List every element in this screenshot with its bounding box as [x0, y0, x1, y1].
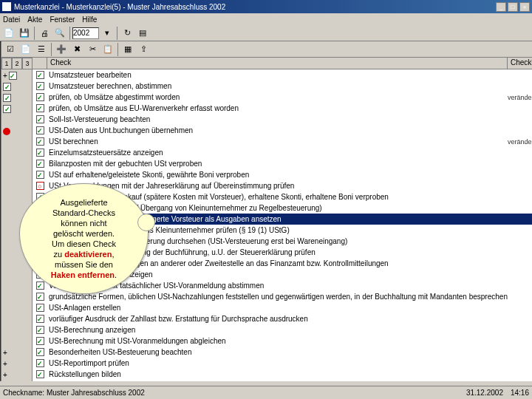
check-row[interactable]: ✓USt berechnenverändert — [33, 136, 532, 147]
expand-icon[interactable]: + — [3, 360, 7, 368]
check-note: verändert — [508, 138, 532, 146]
checkbox[interactable]: ✓ — [36, 171, 44, 179]
expand-icon[interactable]: + — [3, 371, 7, 379]
check-row[interactable]: ✓Einzelumsatzsteuersätze anzeigen — [33, 147, 532, 158]
check-row[interactable]: ✓vorläufiger Ausdruck der Zahllast bzw. … — [33, 313, 532, 324]
expand-icon[interactable]: + — [3, 349, 7, 357]
cut-icon[interactable]: ✂ — [85, 42, 100, 57]
checkbox[interactable]: ✓ — [36, 137, 44, 146]
check-text: Besonderheiten USt-Besteuerung beachten — [47, 348, 508, 356]
export-icon[interactable]: ⇪ — [136, 42, 151, 57]
check-row[interactable]: ✓Soll-Ist-Versteuerung beachten — [33, 114, 532, 125]
check-row[interactable]: ✓Steuerrückstellungen bilden — [33, 380, 532, 381]
check-row[interactable]: ✓USt-Daten aus Unt.buchungen übernehmen — [33, 125, 532, 136]
checkbox[interactable]: ✓ — [36, 315, 44, 323]
checkbox[interactable]: ✓ — [36, 293, 44, 301]
sub-toolbar: ☑ 📄 ☰ ➕ ✖ ✂ 📋 ▦ ⇪ — [1, 41, 532, 58]
add-icon[interactable]: ➕ — [54, 42, 69, 57]
menu-datei[interactable]: Datei — [3, 16, 20, 24]
checkbox[interactable]: ○ — [36, 182, 44, 190]
preview-icon[interactable]: 🔍 — [52, 26, 67, 41]
expand-icon[interactable]: + — [3, 72, 7, 80]
check-row[interactable]: ✓USt auf erhaltene/geleistete Skonti, ge… — [33, 169, 532, 180]
check-row[interactable]: ✓Umsatzsteuer berechnen, abstimmen — [33, 81, 532, 92]
checkbox[interactable]: ✓ — [36, 370, 44, 378]
checkbox[interactable]: ✓ — [36, 126, 44, 134]
checkbox[interactable]: ✓ — [36, 82, 44, 90]
secondary-checkbox[interactable]: ✓ — [3, 83, 11, 91]
check-text: USt-Daten aus Unt.buchungen übernehmen — [47, 126, 508, 134]
save-icon[interactable]: 💾 — [17, 26, 32, 41]
check-row[interactable]: ✓prüfen, ob Umsätze abgestimmt wordenver… — [33, 92, 532, 103]
help-callout: Ausgelieferte Standard-Checks können nic… — [19, 183, 149, 294]
check-text: Einzelumsatzsteuersätze anzeigen — [47, 149, 508, 157]
menu-akte[interactable]: Akte — [27, 16, 42, 24]
refresh-icon[interactable]: ↻ — [120, 26, 134, 41]
check-row[interactable]: ✓USt-Anlagen erstellen — [33, 302, 532, 313]
main-toolbar: 📄 💾 🖨 🔍 ▾ ↻ ▤ — [0, 25, 532, 41]
wizard-icon[interactable]: ☑ — [3, 42, 18, 57]
close-button[interactable]: × — [519, 2, 530, 12]
col-checklist[interactable]: Checklist — [508, 58, 532, 69]
delete-icon[interactable]: ✖ — [69, 42, 84, 57]
page-icon[interactable]: 📄 — [18, 42, 33, 57]
secondary-checkbox[interactable]: ✓ — [3, 105, 11, 113]
copy-icon[interactable]: 📋 — [100, 42, 115, 57]
new-doc-icon[interactable]: 📄 — [1, 26, 16, 41]
minimize-button[interactable]: _ — [496, 2, 506, 12]
check-text: grundsätzliche Formen, üblichen USt-Nach… — [47, 293, 508, 301]
list-header: 1 2 3 Check Checklist — [1, 58, 532, 69]
checkbox[interactable]: ✓ — [36, 160, 44, 168]
tree-header: Druckakte — [1, 42, 1, 52]
check-row[interactable]: ✓USt-Berechnung anzeigen — [33, 324, 532, 335]
check-row[interactable]: ✓USt-Reportimport prüfen — [33, 358, 532, 369]
level-tab-2[interactable]: 2 — [12, 58, 22, 69]
col-check[interactable]: Check — [47, 58, 508, 69]
check-row[interactable]: ✓Besonderheiten USt-Besteuerung beachten — [33, 347, 532, 358]
check-row[interactable]: ✓Bilanzposten mit der gebuchten USt verp… — [33, 158, 532, 169]
marker-icon — [3, 128, 10, 135]
year-input[interactable] — [72, 27, 99, 39]
check-row[interactable]: ✓grundsätzliche Formen, üblichen USt-Nac… — [33, 291, 532, 302]
tree-pane: Druckakte -Druckakte-Qualitätsmanagement… — [0, 41, 1, 381]
menu-hilfe[interactable]: Hilfe — [82, 16, 97, 24]
check-text: USt-Reportimport prüfen — [47, 359, 508, 367]
checkbox[interactable]: ✓ — [36, 93, 44, 101]
checkbox[interactable]: ✓ — [36, 337, 44, 345]
check-text: USt-Berechnung anzeigen — [47, 326, 508, 334]
check-row[interactable]: ✓Rückstellungen bilden — [33, 369, 532, 380]
check-note: verändert — [508, 94, 532, 101]
status-date: 31.12.2002 — [466, 389, 503, 397]
checkbox[interactable]: ✓ — [36, 71, 44, 79]
maximize-button[interactable]: □ — [508, 2, 518, 12]
level-tab-1[interactable]: 1 — [1, 58, 12, 69]
checkbox[interactable]: ✓ — [36, 104, 44, 112]
check-text: USt-Anlagen erstellen — [47, 304, 508, 312]
checkbox[interactable]: ✓ — [36, 115, 44, 123]
check-row[interactable]: ✓Umsatzsteuer bearbeiten — [33, 69, 532, 81]
tool-icon[interactable]: ▤ — [135, 26, 150, 41]
secondary-checkbox[interactable]: ✓ — [3, 94, 11, 102]
menubar: Datei Akte Fenster Hilfe — [0, 13, 532, 25]
checkbox[interactable]: ✓ — [36, 304, 44, 312]
list-icon[interactable]: ☰ — [34, 42, 49, 57]
menu-fenster[interactable]: Fenster — [50, 16, 75, 24]
checkbox[interactable]: ✓ — [36, 348, 44, 356]
check-row[interactable]: ✓prüfen, ob Umsätze aus EU-Warenverkehr … — [33, 103, 532, 114]
checkbox[interactable]: ✓ — [36, 359, 44, 367]
checkbox[interactable]: ✓ — [36, 326, 44, 334]
folder-tree[interactable]: -Druckakte-QualitätsmanagementCheckliste… — [1, 52, 1, 171]
secondary-checkbox[interactable]: ✓ — [9, 72, 17, 80]
year-dropdown-icon[interactable]: ▾ — [100, 26, 115, 41]
check-text: USt berechnen — [47, 137, 508, 146]
checkbox[interactable]: ✓ — [36, 149, 44, 157]
check-text: Umsatzsteuer berechnen, abstimmen — [47, 82, 508, 90]
print-icon[interactable]: 🖨 — [37, 26, 52, 41]
level-tab-3[interactable]: 3 — [22, 58, 33, 69]
statusbar: Checkname: Muster Jahresabschluss 2002 3… — [0, 386, 532, 399]
checkbox[interactable]: ✓ — [36, 282, 44, 290]
window-titlebar: Musterkanzlei - Musterkanzlei(5) - Muste… — [0, 0, 532, 13]
props-icon[interactable]: ▦ — [120, 42, 135, 57]
check-row[interactable]: ✓USt-Berechnung mit USt-Voranmeldungen a… — [33, 335, 532, 347]
check-text: Rückstellungen bilden — [47, 370, 508, 378]
